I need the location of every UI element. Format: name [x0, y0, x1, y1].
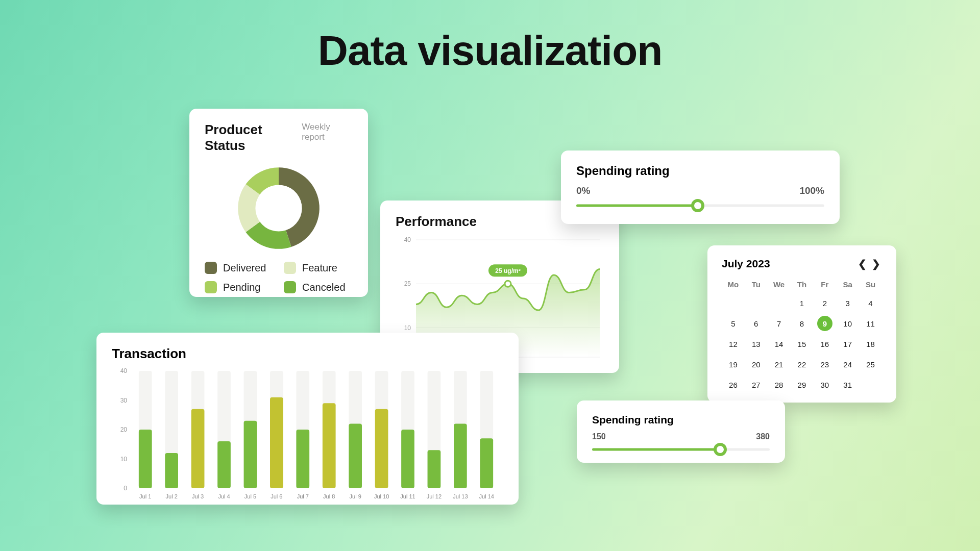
calendar-day[interactable]: 24 — [836, 354, 859, 374]
svg-rect-53 — [454, 424, 467, 489]
svg-text:Jul 12: Jul 12 — [427, 493, 442, 499]
calendar-day[interactable]: 19 — [722, 354, 745, 374]
svg-text:10: 10 — [120, 456, 128, 463]
calendar-day[interactable]: 13 — [745, 334, 768, 354]
svg-text:30: 30 — [120, 397, 128, 404]
spending-rating-percent-title: Spending rating — [576, 164, 824, 178]
svg-rect-23 — [191, 409, 205, 488]
svg-text:Jul 6: Jul 6 — [271, 493, 282, 499]
spending-rating-percent-min: 0% — [576, 185, 590, 196]
legend-item: Feature — [284, 262, 353, 274]
calendar-day[interactable]: 16 — [813, 334, 836, 354]
svg-rect-56 — [480, 438, 493, 488]
spending-rating-percent-slider[interactable] — [576, 199, 824, 212]
svg-text:Jul 4: Jul 4 — [218, 493, 230, 499]
svg-text:Jul 8: Jul 8 — [323, 493, 335, 499]
calendar-day[interactable]: 28 — [768, 374, 791, 395]
calendar-dow: Fr — [813, 277, 836, 293]
legend-label: Feature — [302, 262, 337, 274]
calendar-day[interactable]: 25 — [859, 354, 882, 374]
svg-rect-35 — [296, 430, 309, 488]
legend-label: Delivered — [223, 262, 266, 274]
transaction-title: Transaction — [112, 346, 503, 362]
legend-swatch — [205, 281, 217, 293]
calendar-day[interactable]: 11 — [859, 313, 882, 334]
calendar-day[interactable]: 21 — [768, 354, 791, 374]
calendar-dow: Tu — [745, 277, 768, 293]
legend-item: Canceled — [284, 281, 353, 293]
svg-rect-26 — [217, 441, 231, 488]
calendar-day[interactable]: 1 — [791, 293, 814, 313]
calendar-day[interactable]: 4 — [859, 293, 882, 313]
svg-text:20: 20 — [120, 426, 128, 433]
legend-swatch — [284, 281, 296, 293]
svg-text:Jul 11: Jul 11 — [400, 493, 415, 499]
svg-text:0: 0 — [124, 485, 127, 492]
svg-rect-47 — [401, 430, 414, 488]
svg-text:Jul 10: Jul 10 — [374, 493, 389, 499]
calendar-day[interactable]: 23 — [813, 354, 836, 374]
svg-rect-17 — [139, 430, 152, 488]
calendar-day[interactable]: 8 — [791, 313, 814, 334]
spending-rating-range-max: 380 — [756, 432, 770, 441]
calendar-day[interactable]: 17 — [836, 334, 859, 354]
calendar-day[interactable]: 12 — [722, 334, 745, 354]
svg-text:Jul 2: Jul 2 — [166, 493, 178, 499]
svg-rect-29 — [244, 421, 257, 488]
product-status-donut — [230, 160, 327, 257]
calendar-day[interactable]: 7 — [768, 313, 791, 334]
svg-text:Jul 13: Jul 13 — [453, 493, 468, 499]
slider-thumb[interactable] — [691, 199, 704, 212]
svg-text:10: 10 — [404, 324, 411, 332]
transaction-card: Transaction 010203040Jul 1Jul 2Jul 3Jul … — [96, 333, 519, 505]
calendar-day[interactable]: 31 — [836, 374, 859, 395]
svg-rect-50 — [428, 450, 441, 488]
legend-item: Delivered — [205, 262, 274, 274]
calendar-next-icon[interactable]: ❯ — [870, 258, 882, 269]
calendar-day[interactable]: 6 — [745, 313, 768, 334]
svg-text:Jul 7: Jul 7 — [297, 493, 309, 499]
page-title: Data visualization — [0, 27, 980, 74]
calendar-day[interactable]: 30 — [813, 374, 836, 395]
calendar-day[interactable]: 9 — [813, 313, 836, 334]
calendar-day[interactable]: 3 — [836, 293, 859, 313]
spending-rating-range-min: 150 — [592, 432, 606, 441]
svg-point-8 — [505, 281, 511, 287]
legend-swatch — [284, 262, 296, 274]
svg-rect-38 — [323, 403, 336, 488]
calendar-day[interactable]: 5 — [722, 313, 745, 334]
calendar-dow: Th — [791, 277, 814, 293]
spending-rating-range-title: Spending rating — [592, 414, 770, 426]
calendar-dow: Sa — [836, 277, 859, 293]
calendar-day[interactable]: 20 — [745, 354, 768, 374]
product-status-title: Producet Status — [205, 122, 302, 154]
svg-text:40: 40 — [120, 367, 128, 374]
calendar-dow: Mo — [722, 277, 745, 293]
legend-item: Pending — [205, 281, 274, 293]
svg-text:Jul 5: Jul 5 — [244, 493, 256, 499]
svg-text:Jul 14: Jul 14 — [479, 493, 494, 499]
legend-swatch — [205, 262, 217, 274]
spending-rating-range-slider[interactable] — [592, 443, 770, 456]
svg-text:Jul 9: Jul 9 — [350, 493, 361, 499]
svg-text:25: 25 — [404, 280, 411, 287]
calendar-day[interactable]: 22 — [791, 354, 814, 374]
calendar-day[interactable]: 27 — [745, 374, 768, 395]
calendar-day[interactable]: 14 — [768, 334, 791, 354]
product-status-card: Producet Status Weekly report DeliveredF… — [189, 109, 368, 297]
calendar-card: July 2023 ❮ ❯ MoTuWeThFrSaSu 12345678910… — [707, 245, 896, 403]
calendar-day[interactable]: 29 — [791, 374, 814, 395]
svg-rect-41 — [349, 424, 362, 489]
calendar-day[interactable]: 15 — [791, 334, 814, 354]
slider-thumb[interactable] — [714, 443, 727, 456]
svg-text:Jul 3: Jul 3 — [192, 493, 204, 499]
svg-text:25 ug/m²: 25 ug/m² — [495, 267, 520, 274]
calendar-day[interactable]: 18 — [859, 334, 882, 354]
product-status-subtitle: Weekly report — [302, 122, 353, 142]
calendar-prev-icon[interactable]: ❮ — [856, 258, 868, 269]
calendar-day[interactable]: 2 — [813, 293, 836, 313]
svg-rect-44 — [375, 409, 388, 488]
calendar-day[interactable]: 10 — [836, 313, 859, 334]
calendar-day[interactable]: 26 — [722, 374, 745, 395]
svg-rect-32 — [270, 397, 283, 488]
